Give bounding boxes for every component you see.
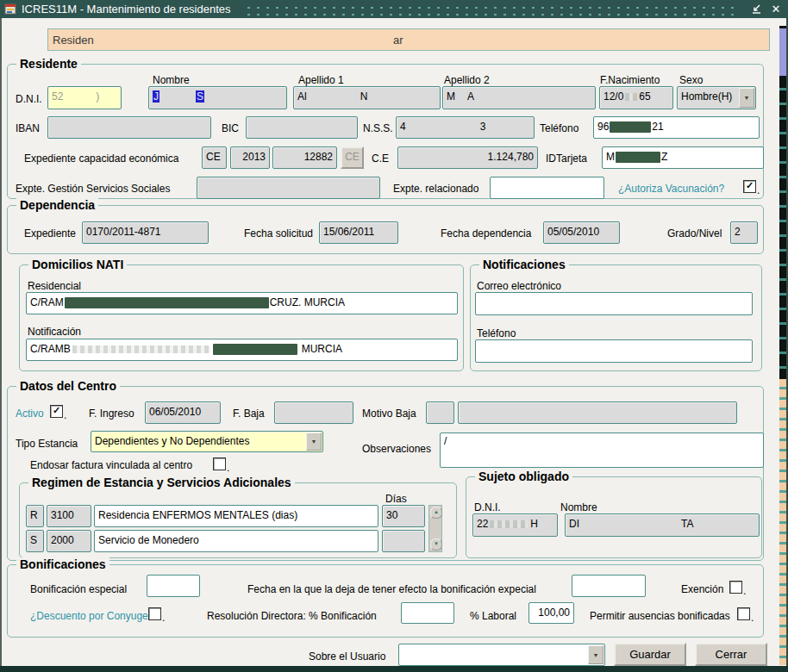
close-icon[interactable]: ✕ <box>768 3 784 16</box>
title-bar: ICRES11M - Mantenimiento de residentes ✕ <box>0 0 788 18</box>
scroll-down-icon[interactable]: ▼ <box>430 538 442 551</box>
window-bottom-border <box>0 666 788 672</box>
scrollbar-thumb[interactable] <box>779 28 786 76</box>
residencial-fragment: CRUZ. MURCIA <box>270 296 345 308</box>
cerrar-button[interactable]: Cerrar <box>695 643 767 666</box>
label-sujeto-nombre: Nombre <box>560 501 597 513</box>
regimen-descripcion-field[interactable]: Servicio de Monedero <box>94 530 378 552</box>
notif-telefono-field[interactable] <box>475 339 753 363</box>
exp-ce-num-field[interactable]: 12882 <box>272 146 337 169</box>
label-motivo-baja: Motivo Baja <box>362 408 416 420</box>
nss-field[interactable]: 43 <box>396 116 535 139</box>
dep-expediente-field[interactable]: 0170/2011-4871 <box>82 221 209 244</box>
regimen-codigo-field[interactable]: 3100 <box>47 505 91 527</box>
fecha-efecto-field[interactable] <box>572 575 646 597</box>
telefono-field[interactable]: 9621 <box>593 116 760 139</box>
chevron-down-icon[interactable]: ▼ <box>588 645 604 664</box>
sobre-usuario-select[interactable]: ▼ <box>398 644 605 666</box>
iban-field[interactable] <box>47 116 211 139</box>
apellido1-field[interactable]: AlN <box>293 86 441 109</box>
label-bic: BIC <box>222 122 239 134</box>
right-scrollbar[interactable] <box>779 26 786 665</box>
sexo-select[interactable]: Hombre(H) ▼ <box>677 86 756 109</box>
bonificacion-pct-field[interactable] <box>401 602 454 624</box>
apellido2-fragment: M <box>447 90 455 103</box>
exencion-checkbox[interactable] <box>729 581 742 594</box>
apellido1-fragment: Al <box>297 90 307 103</box>
label-fecha-efecto: Fecha en la que la deja de tener efecto … <box>247 583 536 595</box>
label-correo: Correo electrónico <box>477 280 561 292</box>
regimen-dias-field[interactable] <box>382 530 425 552</box>
bic-field[interactable] <box>246 116 358 139</box>
dni-fragment: ) <box>96 90 99 103</box>
expte-relacionado-field[interactable] <box>490 177 604 199</box>
nombre-fragment: J <box>153 90 159 103</box>
fnacimiento-fragment: 12/0 <box>604 90 623 103</box>
chevron-down-icon[interactable]: ▼ <box>306 432 322 451</box>
fecha-dependencia-field[interactable]: 05/05/2010 <box>543 221 620 244</box>
scroll-up-icon[interactable]: ▲ <box>430 507 442 519</box>
exp-ce-anio-field[interactable]: 2013 <box>230 146 270 169</box>
chevron-down-icon[interactable]: ▼ <box>739 88 754 108</box>
label-notificacion: Notificación <box>28 326 81 338</box>
autoriza-vacunacion-link[interactable]: ¿Autoriza Vacunación? <box>618 183 724 195</box>
tipo-estancia-select[interactable]: Dependientes y No Dependientes ▼ <box>91 431 323 452</box>
fecha-solicitud-field[interactable]: 15/06/2011 <box>319 221 398 244</box>
label-notif-telefono: Teléfono <box>477 327 516 339</box>
label-sujeto-dni: D.N.I. <box>474 501 501 513</box>
correo-field[interactable] <box>475 292 753 315</box>
domicilio-residencial-field[interactable]: C/RAMCRUZ. MURCIA <box>26 292 458 314</box>
f-ingreso-field[interactable]: 06/05/2010 <box>145 401 221 424</box>
sujeto-dni-field[interactable]: 22H <box>472 513 558 537</box>
ce-importe-field[interactable]: 1.124,780 <box>397 146 538 169</box>
autoriza-vacunacion-checkbox[interactable]: ✓ <box>743 180 756 193</box>
descuento-conyuge-checkbox[interactable] <box>148 607 161 620</box>
regimen-tipo-field[interactable]: S <box>26 530 44 552</box>
motivo-baja-descripcion-field[interactable] <box>458 401 737 424</box>
permitir-ausencias-checkbox[interactable] <box>737 607 750 620</box>
restore-window-icon[interactable] <box>748 3 764 16</box>
dot: . <box>751 612 754 624</box>
apellido2-field[interactable]: MA <box>442 86 596 109</box>
endosar-checkbox[interactable] <box>213 457 226 470</box>
regimen-dias-field[interactable]: 30 <box>382 505 425 527</box>
guardar-button[interactable]: Guardar <box>614 643 686 666</box>
bonificacion-especial-field[interactable] <box>147 575 200 597</box>
activo-checkbox[interactable]: ✓ <box>50 405 63 418</box>
idtarjeta-field[interactable]: MZ <box>602 146 764 169</box>
dot: . <box>743 585 746 597</box>
regimen-tipo-field[interactable]: R <box>26 505 44 527</box>
f-baja-field[interactable] <box>274 401 353 424</box>
label-grado-nivel: Grado/Nivel <box>667 227 722 240</box>
tipo-estancia-value: Dependientes y No Dependientes <box>95 435 249 447</box>
label-apellido2: Apellido 2 <box>444 74 490 86</box>
ce-button[interactable]: CE <box>341 146 364 169</box>
label-residencial: Residencial <box>28 280 81 292</box>
regimen-codigo-field[interactable]: 2000 <box>47 530 91 552</box>
regimen-scrollbar[interactable]: ▲ ▼ <box>428 505 442 552</box>
label-bonificacion-especial: Bonificación especial <box>30 583 127 595</box>
sexo-value: Hombre(H) <box>681 90 732 103</box>
label-dias: Días <box>385 493 407 505</box>
exp-ce-tipo-field[interactable]: CE <box>202 146 227 169</box>
nombre-field[interactable]: JS <box>148 86 287 109</box>
label-apellido1: Apellido 1 <box>298 74 344 86</box>
activo-link[interactable]: Activo <box>16 408 44 420</box>
observaciones-field[interactable]: / <box>440 432 764 468</box>
descuento-conyuge-link[interactable]: ¿Descuento por Conyuge? <box>30 610 153 622</box>
laboral-pct-field[interactable]: 100,00 <box>528 602 574 624</box>
grado-nivel-field[interactable]: 2 <box>730 221 758 244</box>
group-notificaciones-title: Notificaciones <box>479 258 569 271</box>
redaction-block <box>213 344 297 355</box>
motivo-baja-codigo-field[interactable] <box>426 401 454 424</box>
label-fecha-dependencia: Fecha dependencia <box>441 227 531 240</box>
notificacion-fragment: C/RAMB <box>30 343 71 355</box>
group-residente-title: Residente <box>16 57 81 71</box>
regimen-descripcion-field[interactable]: Residencia ENFERMOS MENTALES (dias) <box>94 505 378 527</box>
domicilio-notificacion-field[interactable]: C/RAMBMURCIA <box>26 339 458 361</box>
sujeto-nombre-field[interactable]: DITA <box>565 513 760 537</box>
expte-gss-field[interactable] <box>197 177 380 199</box>
dni-field[interactable]: 52) <box>47 86 122 109</box>
fnacimiento-field[interactable]: 12/065 <box>599 86 673 109</box>
apellido2-fragment: A <box>467 90 474 103</box>
